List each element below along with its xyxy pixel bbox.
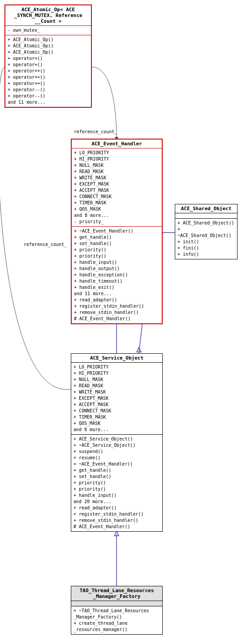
tao-factory-empty xyxy=(71,601,162,606)
event-handler-box: ACE_Event_Handler + LO_PRIORITY + HI_PRI… xyxy=(71,139,163,324)
event-handler-title: ACE_Event_Handler xyxy=(72,140,162,148)
atomic-op-methods: + ACE_Atomic_Op() + ACE_Atomic_Op() + AC… xyxy=(5,35,91,107)
service-object-title: ACE_Service_Object xyxy=(71,354,162,363)
tao-factory-title: TAO_Thread_Lane_Resources_Manager_Factor… xyxy=(71,586,162,601)
diagram-container: ACE_Atomic_Op< ACE _SYNCH_MUTEX, Referen… xyxy=(0,0,242,644)
svg-marker-4 xyxy=(114,531,119,536)
service-object-box: ACE_Service_Object + LO_PRIORITY + HI_PR… xyxy=(71,353,163,532)
svg-marker-5 xyxy=(137,347,141,352)
reference-count-label-left: reference_count_ xyxy=(24,242,67,247)
service-object-constants: + LO_PRIORITY + HI_PRIORITY + NULL_MASK … xyxy=(71,363,162,435)
event-handler-constants: + LO_PRIORITY + HI_PRIORITY + NULL_MASK … xyxy=(72,148,162,227)
shared-object-methods: + ACE_Shared_Object() + ~ACE_Shared_Obje… xyxy=(175,219,237,259)
tao-factory-box: TAO_Thread_Lane_Resources_Manager_Factor… xyxy=(71,586,163,635)
shared-object-empty xyxy=(175,213,237,219)
reference-count-label-top: reference_count_ xyxy=(74,129,117,134)
shared-object-box: ACE_Shared_Object + ACE_Shared_Object() … xyxy=(175,204,238,259)
atomic-op-fields: - own_mutex_ xyxy=(5,26,91,35)
shared-object-title: ACE_Shared_Object xyxy=(175,204,237,213)
atomic-op-box: ACE_Atomic_Op< ACE _SYNCH_MUTEX, Referen… xyxy=(4,4,92,108)
service-object-methods: + ACE_Service_Object() + ~ACE_Service_Ob… xyxy=(71,435,162,531)
atomic-op-title: ACE_Atomic_Op< ACE _SYNCH_MUTEX, Referen… xyxy=(5,5,91,26)
tao-factory-methods: + ~TAO_Thread_Lane_Resources _Manager_Fa… xyxy=(71,606,162,634)
event-handler-methods: + ~ACE_Event_Handler() + get_handle() + … xyxy=(72,227,162,323)
